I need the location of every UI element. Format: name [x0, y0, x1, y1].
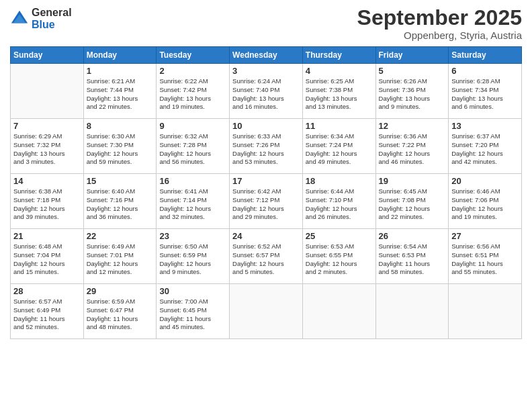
- table-row: 24Sunrise: 6:52 AMSunset: 6:57 PMDayligh…: [230, 229, 303, 284]
- table-row: 7Sunrise: 6:29 AMSunset: 7:32 PMDaylight…: [11, 119, 84, 174]
- cell-info: Sunrise: 6:24 AMSunset: 7:40 PMDaylight:…: [232, 77, 300, 111]
- day-number: 1: [87, 66, 154, 76]
- col-thursday: Thursday: [302, 47, 375, 64]
- calendar-week-4: 21Sunrise: 6:48 AMSunset: 7:04 PMDayligh…: [11, 229, 522, 284]
- cell-info: Sunrise: 6:41 AMSunset: 7:14 PMDaylight:…: [159, 187, 226, 222]
- cell-info: Sunrise: 6:44 AMSunset: 7:10 PMDaylight:…: [306, 187, 373, 222]
- logo-text: General Blue: [32, 7, 72, 30]
- day-number: 23: [159, 231, 226, 241]
- cell-info: Sunrise: 6:54 AMSunset: 6:53 PMDaylight:…: [379, 242, 446, 277]
- table-row: 17Sunrise: 6:42 AMSunset: 7:12 PMDayligh…: [230, 174, 303, 229]
- day-number: 5: [379, 66, 446, 76]
- day-number: 8: [87, 121, 154, 131]
- table-row: 10Sunrise: 6:33 AMSunset: 7:26 PMDayligh…: [230, 119, 303, 174]
- table-row: 23Sunrise: 6:50 AMSunset: 6:59 PMDayligh…: [157, 229, 230, 284]
- table-row: 3Sunrise: 6:24 AMSunset: 7:40 PMDaylight…: [230, 64, 303, 119]
- col-monday: Monday: [83, 47, 157, 64]
- day-number: 22: [87, 231, 154, 241]
- day-number: 19: [379, 176, 446, 186]
- cell-info: Sunrise: 6:36 AMSunset: 7:22 PMDaylight:…: [379, 132, 446, 167]
- cell-info: Sunrise: 6:30 AMSunset: 7:30 PMDaylight:…: [87, 132, 154, 167]
- table-row: 28Sunrise: 6:57 AMSunset: 6:49 PMDayligh…: [11, 284, 84, 339]
- cell-info: Sunrise: 6:48 AMSunset: 7:04 PMDaylight:…: [13, 242, 81, 277]
- day-number: 14: [13, 176, 81, 186]
- table-row: [302, 284, 375, 339]
- table-row: 26Sunrise: 6:54 AMSunset: 6:53 PMDayligh…: [375, 229, 449, 284]
- table-row: 30Sunrise: 7:00 AMSunset: 6:45 PMDayligh…: [157, 284, 230, 339]
- col-wednesday: Wednesday: [230, 47, 303, 64]
- day-number: 28: [13, 286, 81, 296]
- day-number: 15: [87, 176, 154, 186]
- logo: General Blue: [10, 7, 72, 30]
- table-row: 5Sunrise: 6:26 AMSunset: 7:36 PMDaylight…: [375, 64, 449, 119]
- table-row: 19Sunrise: 6:45 AMSunset: 7:08 PMDayligh…: [375, 174, 449, 229]
- location: Oppenberg, Styria, Austria: [357, 30, 522, 41]
- calendar-week-2: 7Sunrise: 6:29 AMSunset: 7:32 PMDaylight…: [11, 119, 522, 174]
- table-row: 21Sunrise: 6:48 AMSunset: 7:04 PMDayligh…: [11, 229, 84, 284]
- table-row: 14Sunrise: 6:38 AMSunset: 7:18 PMDayligh…: [11, 174, 84, 229]
- cell-info: Sunrise: 7:00 AMSunset: 6:45 PMDaylight:…: [159, 298, 226, 332]
- day-number: 26: [379, 231, 446, 241]
- table-row: 29Sunrise: 6:59 AMSunset: 6:47 PMDayligh…: [83, 284, 157, 339]
- table-row: 15Sunrise: 6:40 AMSunset: 7:16 PMDayligh…: [83, 174, 157, 229]
- day-number: 10: [232, 121, 300, 131]
- day-number: 13: [451, 121, 519, 131]
- cell-info: Sunrise: 6:37 AMSunset: 7:20 PMDaylight:…: [451, 132, 519, 167]
- day-number: 11: [306, 121, 373, 131]
- cell-info: Sunrise: 6:50 AMSunset: 6:59 PMDaylight:…: [159, 242, 226, 277]
- table-row: 22Sunrise: 6:49 AMSunset: 7:01 PMDayligh…: [83, 229, 157, 284]
- cell-info: Sunrise: 6:49 AMSunset: 7:01 PMDaylight:…: [87, 242, 154, 277]
- table-row: 12Sunrise: 6:36 AMSunset: 7:22 PMDayligh…: [375, 119, 449, 174]
- day-number: 30: [159, 286, 226, 296]
- cell-info: Sunrise: 6:28 AMSunset: 7:34 PMDaylight:…: [451, 77, 519, 111]
- table-row: 25Sunrise: 6:53 AMSunset: 6:55 PMDayligh…: [302, 229, 375, 284]
- cell-info: Sunrise: 6:52 AMSunset: 6:57 PMDaylight:…: [232, 242, 300, 277]
- cell-info: Sunrise: 6:56 AMSunset: 6:51 PMDaylight:…: [451, 242, 519, 277]
- day-number: 24: [232, 231, 300, 241]
- table-row: 9Sunrise: 6:32 AMSunset: 7:28 PMDaylight…: [157, 119, 230, 174]
- table-row: 1Sunrise: 6:21 AMSunset: 7:44 PMDaylight…: [83, 64, 157, 119]
- title-block: September 2025 Oppenberg, Styria, Austri…: [357, 7, 522, 41]
- table-row: [449, 284, 522, 339]
- table-row: [230, 284, 303, 339]
- cell-info: Sunrise: 6:34 AMSunset: 7:24 PMDaylight:…: [306, 132, 373, 167]
- table-row: [11, 64, 84, 119]
- day-number: 9: [159, 121, 226, 131]
- logo-blue-label: Blue: [32, 19, 72, 31]
- cell-info: Sunrise: 6:46 AMSunset: 7:06 PMDaylight:…: [451, 187, 519, 222]
- day-number: 18: [306, 176, 373, 186]
- cell-info: Sunrise: 6:57 AMSunset: 6:49 PMDaylight:…: [13, 298, 81, 332]
- cell-info: Sunrise: 6:21 AMSunset: 7:44 PMDaylight:…: [87, 77, 154, 111]
- table-row: 6Sunrise: 6:28 AMSunset: 7:34 PMDaylight…: [449, 64, 522, 119]
- day-number: 4: [306, 66, 373, 76]
- table-row: 16Sunrise: 6:41 AMSunset: 7:14 PMDayligh…: [157, 174, 230, 229]
- logo-icon: [10, 9, 29, 28]
- table-row: 13Sunrise: 6:37 AMSunset: 7:20 PMDayligh…: [449, 119, 522, 174]
- cell-info: Sunrise: 6:26 AMSunset: 7:36 PMDaylight:…: [379, 77, 446, 111]
- cell-info: Sunrise: 6:53 AMSunset: 6:55 PMDaylight:…: [306, 242, 373, 277]
- calendar-week-1: 1Sunrise: 6:21 AMSunset: 7:44 PMDaylight…: [11, 64, 522, 119]
- cell-info: Sunrise: 6:40 AMSunset: 7:16 PMDaylight:…: [87, 187, 154, 222]
- table-row: [375, 284, 449, 339]
- day-number: 17: [232, 176, 300, 186]
- cell-info: Sunrise: 6:42 AMSunset: 7:12 PMDaylight:…: [232, 187, 300, 222]
- calendar-table: Sunday Monday Tuesday Wednesday Thursday…: [10, 46, 522, 339]
- day-number: 3: [232, 66, 300, 76]
- day-number: 6: [451, 66, 519, 76]
- day-number: 29: [87, 286, 154, 296]
- col-tuesday: Tuesday: [157, 47, 230, 64]
- table-row: 8Sunrise: 6:30 AMSunset: 7:30 PMDaylight…: [83, 119, 157, 174]
- cell-info: Sunrise: 6:33 AMSunset: 7:26 PMDaylight:…: [232, 132, 300, 167]
- cell-info: Sunrise: 6:22 AMSunset: 7:42 PMDaylight:…: [159, 77, 226, 111]
- day-number: 21: [13, 231, 81, 241]
- cell-info: Sunrise: 6:29 AMSunset: 7:32 PMDaylight:…: [13, 132, 81, 167]
- col-sunday: Sunday: [11, 47, 84, 64]
- calendar-week-3: 14Sunrise: 6:38 AMSunset: 7:18 PMDayligh…: [11, 174, 522, 229]
- cell-info: Sunrise: 6:38 AMSunset: 7:18 PMDaylight:…: [13, 187, 81, 222]
- cell-info: Sunrise: 6:25 AMSunset: 7:38 PMDaylight:…: [306, 77, 373, 111]
- table-row: 27Sunrise: 6:56 AMSunset: 6:51 PMDayligh…: [449, 229, 522, 284]
- calendar-week-5: 28Sunrise: 6:57 AMSunset: 6:49 PMDayligh…: [11, 284, 522, 339]
- day-number: 2: [159, 66, 226, 76]
- day-number: 25: [306, 231, 373, 241]
- col-saturday: Saturday: [449, 47, 522, 64]
